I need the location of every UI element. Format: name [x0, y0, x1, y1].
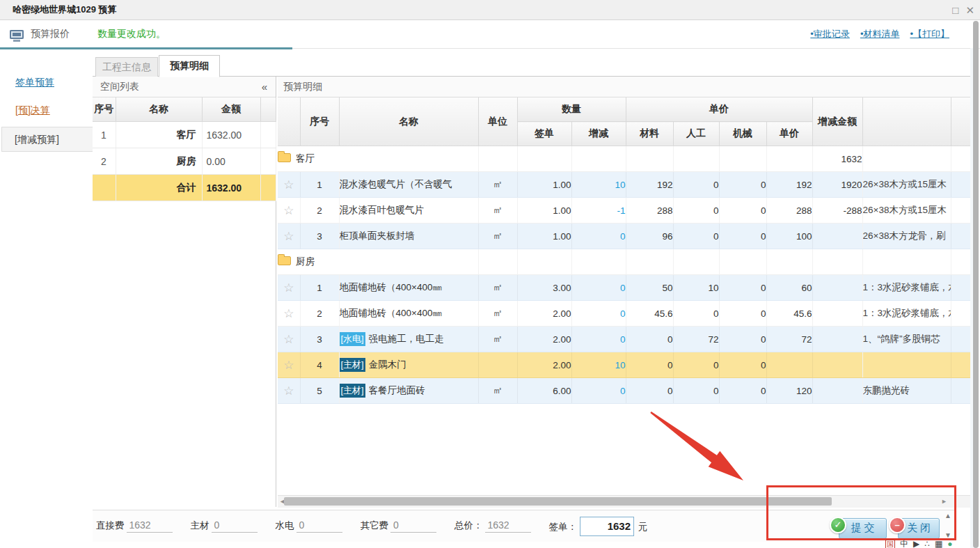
- star-icon[interactable]: ☆: [283, 384, 294, 398]
- space-total-row[interactable]: 合计 1632.00: [93, 175, 276, 201]
- cell-remark: 1、“鸽牌”多股铜芯: [862, 327, 951, 352]
- detail-row[interactable]: ☆5[主材]客餐厅地面砖㎡6.000000120东鹏抛光砖: [278, 378, 971, 404]
- link-material-list[interactable]: •材料清单: [860, 28, 900, 40]
- ime-flag-icon[interactable]: 国: [885, 540, 895, 548]
- submit-button[interactable]: ✓ 提 交: [839, 518, 887, 539]
- scroll-down-icon[interactable]: ▼: [945, 531, 951, 539]
- group-row[interactable]: 客厅1632: [278, 146, 971, 172]
- detail-row[interactable]: ☆2地面铺地砖（400×400㎜㎡2.00045.60045.61：3水泥砂浆铺…: [278, 301, 971, 327]
- vertical-scrollbar[interactable]: [973, 21, 979, 548]
- detail-row[interactable]: ☆3柜顶单面夹板封墙㎡1.000960010026×38木方龙骨，刷: [278, 224, 971, 249]
- cell-unit: ㎡: [478, 224, 517, 249]
- detail-row[interactable]: ☆4[主材]金隅木门2.0010000: [278, 352, 971, 378]
- ime-lang-icon[interactable]: 中: [900, 540, 908, 548]
- sidebar-item-adjust-budget[interactable]: [增减预算]: [1, 127, 103, 152]
- keyboard-icon[interactable]: ▦: [935, 540, 942, 548]
- cell-qty-adjust: 0: [571, 378, 626, 404]
- cell-unit: ㎡: [478, 378, 517, 404]
- cell-price-labor: 0: [673, 378, 719, 404]
- cell-price-machine: 0: [719, 327, 766, 352]
- space-cell-idx: 2: [93, 148, 116, 175]
- plumbing-value: 0: [297, 519, 342, 533]
- link-print[interactable]: •【打印】: [910, 28, 949, 40]
- space-row[interactable]: 1客厅1632.00: [93, 122, 276, 148]
- maximize-icon[interactable]: □: [952, 5, 958, 15]
- group-row[interactable]: 厨房: [278, 249, 971, 275]
- cell-unit: ㎡: [478, 327, 517, 352]
- cell-price-unit: 120: [766, 378, 812, 404]
- detail-col-filler: [951, 97, 971, 146]
- category-badge: [主材]: [340, 384, 365, 398]
- sidebar-item-signed-budget[interactable]: 签单预算: [15, 77, 54, 89]
- space-list-panel: 空间列表 « 序号 名称 金额 1客厅1632.002厨房0.00 合计 163…: [93, 77, 276, 507]
- cell-price-labor: 72: [673, 327, 719, 352]
- cell-price-unit: 288: [766, 198, 812, 224]
- space-cell-idx: 1: [93, 122, 116, 148]
- tab-budget-detail[interactable]: 预算明细: [159, 55, 220, 77]
- close-button[interactable]: – 关 闭: [898, 518, 940, 539]
- scrollbar-thumb[interactable]: [284, 497, 832, 506]
- scroll-right-icon[interactable]: ►: [941, 498, 947, 505]
- star-icon[interactable]: ☆: [283, 204, 294, 217]
- cell-qty-signed: 2.00: [517, 301, 571, 327]
- group-name-label: 厨房: [296, 256, 315, 267]
- cell-name: 混水漆包暖气片（不含暖气: [339, 172, 478, 198]
- link-approval-record[interactable]: •审批记录: [810, 28, 850, 40]
- cell-qty-signed: 1.00: [517, 198, 571, 224]
- cell-qty-signed: 2.00: [517, 352, 571, 378]
- cell-price-material: 192: [626, 172, 673, 198]
- signed-amount-input[interactable]: [580, 517, 634, 536]
- cell-unit: ㎡: [478, 198, 517, 224]
- scroll-up-icon[interactable]: ▲: [945, 512, 951, 519]
- direct-fee-value: 1632: [127, 519, 173, 533]
- cell-qty-adjust: 0: [571, 275, 626, 301]
- cell-adjust-amount: [812, 352, 862, 378]
- cell-index: 1: [300, 275, 339, 301]
- star-icon[interactable]: ☆: [283, 307, 294, 320]
- collapse-panel-icon[interactable]: «: [262, 77, 267, 97]
- horizontal-scrollbar[interactable]: ◄ ►: [278, 495, 971, 508]
- tab-project-main-info[interactable]: 工程主信息: [95, 57, 158, 77]
- space-row[interactable]: 2厨房0.00: [93, 148, 276, 175]
- star-icon[interactable]: ☆: [283, 359, 294, 372]
- detail-row[interactable]: ☆1混水漆包暖气片（不含暖气㎡1.001019200192192026×38木方…: [278, 172, 971, 198]
- ime-pointer-icon[interactable]: ▶: [913, 540, 919, 548]
- cell-adjust-amount: 1632: [812, 146, 862, 172]
- cell-adjust-amount: [812, 275, 862, 301]
- ime-dots-icon[interactable]: ∴: [924, 540, 930, 548]
- space-cell-name: 厨房: [116, 148, 202, 175]
- cell-index: 2: [300, 198, 339, 224]
- cell-price-labor: 10: [673, 275, 719, 301]
- detail-col-mingcheng: 名称: [339, 97, 478, 146]
- cell-unit: ㎡: [478, 301, 517, 327]
- sidebar-item-pre-settlement[interactable]: [预]决算: [15, 104, 50, 117]
- other-fee-value: 0: [390, 519, 436, 533]
- cell-price-unit: 192: [766, 172, 812, 198]
- detail-row[interactable]: ☆2混水漆百叶包暖气片㎡1.00-128800288-28826×38木方或15…: [278, 198, 971, 224]
- monitor-icon: [10, 30, 24, 39]
- cell-price-machine: 0: [719, 301, 766, 327]
- cell-price-labor: 0: [673, 301, 719, 327]
- star-icon[interactable]: ☆: [283, 281, 294, 295]
- total-price-value: 1632: [485, 519, 531, 533]
- detail-row[interactable]: ☆1地面铺地砖（400×400㎜㎡3.00050100601：3水泥砂浆铺底，水: [278, 275, 971, 301]
- ime-status-dot[interactable]: ●: [947, 540, 952, 548]
- cell-price-material: 0: [626, 327, 673, 352]
- ime-bar[interactable]: 国 中 ▶ ∴ ▦ ●: [885, 540, 952, 548]
- star-icon[interactable]: ☆: [283, 230, 294, 243]
- cell-price-machine: 0: [719, 172, 766, 198]
- cell-qty-adjust: 0: [571, 224, 626, 249]
- cell-name: 地面铺地砖（400×400㎜: [339, 301, 478, 327]
- category-badge: [水电]: [340, 332, 365, 346]
- cell-index: 3: [300, 224, 339, 249]
- star-icon[interactable]: ☆: [283, 178, 294, 191]
- main-material-label: 主材: [191, 519, 210, 532]
- cell-price-unit: [766, 352, 812, 378]
- cell-index: 3: [300, 327, 339, 352]
- star-icon[interactable]: ☆: [283, 333, 294, 346]
- cell-remark: 1：3水泥砂浆铺底，水: [862, 275, 951, 301]
- detail-row[interactable]: ☆3[水电]强电施工，电工走㎡2.0000720721、“鸽牌”多股铜芯: [278, 327, 971, 352]
- detail-col-danwei: 单位: [478, 97, 517, 146]
- space-list-header: 空间列表 «: [93, 77, 276, 97]
- close-icon[interactable]: ✕: [965, 5, 974, 15]
